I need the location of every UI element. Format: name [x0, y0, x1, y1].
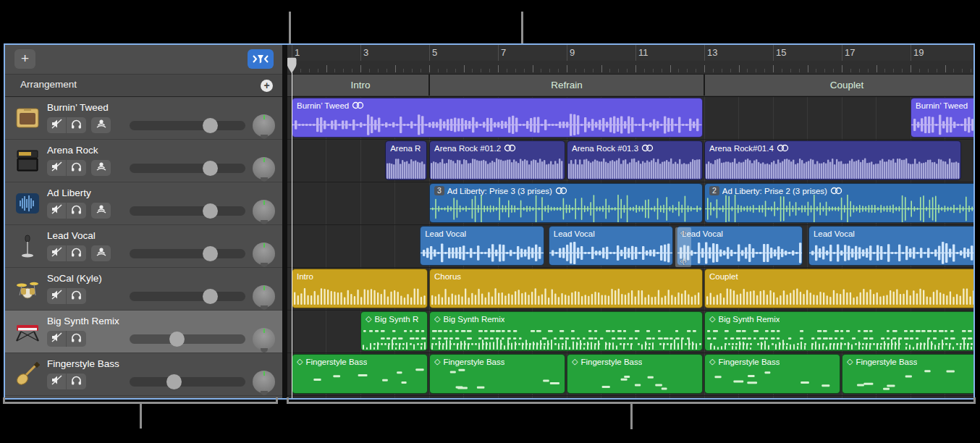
region-burnin-tweed[interactable]: Burnin’ Tweed	[292, 98, 703, 138]
arrangement-marker-refrain[interactable]: Refrain	[429, 75, 704, 96]
circled-plus-icon[interactable]: +	[261, 80, 273, 92]
volume-slider-thumb[interactable]	[166, 374, 182, 389]
solo-headphones-button[interactable]	[67, 245, 86, 261]
region-arena-rock-01-2[interactable]: Arena Rock #01.2	[429, 140, 565, 180]
pan-knob[interactable]	[253, 371, 275, 393]
headphones-icon	[71, 161, 82, 174]
region-ad-liberty-prise-3-3-prises-[interactable]: 3Ad Liberty: Prise 3 (3 prises)	[429, 183, 703, 223]
mute-button[interactable]	[47, 117, 67, 133]
region-big-synth-r[interactable]: ◇Big Synth R	[360, 311, 428, 351]
mute-button[interactable]	[47, 245, 67, 261]
region-lead-vocal[interactable]: Lead Vocal	[677, 226, 803, 266]
input-monitoring-button[interactable]	[91, 160, 111, 176]
region-fingerstyle-bass[interactable]: ◇Fingerstyle Bass	[429, 354, 565, 394]
input-monitoring-button[interactable]	[91, 245, 111, 261]
volume-slider-thumb[interactable]	[203, 246, 218, 261]
solo-headphones-button[interactable]	[67, 288, 86, 304]
ruler-tick	[618, 69, 619, 72]
ruler-tick	[386, 69, 387, 72]
track-header-lead-vocal[interactable]: Lead Vocal	[5, 225, 282, 268]
input-monitoring-button[interactable]	[91, 203, 111, 219]
ruler-bar-numbers[interactable]: 135791113151719	[287, 45, 973, 61]
region-fingerstyle-bass[interactable]: ◇Fingerstyle Bass	[704, 354, 840, 394]
region-fingerstyle-bass[interactable]: ◇Fingerstyle Bass	[567, 354, 703, 394]
track-header-ad-liberty[interactable]: Ad Liberty	[5, 182, 282, 225]
region-arena-rock-01-3[interactable]: Arena Rock #01.3	[567, 140, 703, 180]
pan-knob[interactable]	[253, 114, 275, 137]
region-couplet[interactable]: Couplet	[704, 269, 973, 308]
ruler-tick	[627, 69, 628, 72]
volume-slider-thumb[interactable]	[203, 289, 218, 304]
mute-button[interactable]	[47, 288, 67, 304]
ruler-tick	[739, 65, 740, 72]
arrangement-marker-intro[interactable]: Intro	[292, 75, 429, 96]
bar-number: 15	[776, 47, 786, 58]
track-header-burnin-tweed[interactable]: Burnin’ Tweed	[5, 97, 282, 140]
ruler-tick	[842, 65, 842, 72]
pan-knob[interactable]	[253, 242, 275, 265]
pan-knob[interactable]	[253, 285, 275, 308]
ruler-tick	[808, 65, 808, 72]
solo-headphones-button[interactable]	[67, 374, 86, 389]
callout-bracket-timeline	[287, 397, 976, 404]
ruler-ticks[interactable]	[287, 61, 973, 75]
mute-speaker-icon	[51, 375, 63, 388]
mute-button[interactable]	[47, 203, 67, 219]
volume-slider[interactable]	[130, 206, 245, 216]
arrangement-header-row[interactable]: Arrangement +	[5, 75, 282, 97]
region-label: Lead Vocal	[814, 229, 855, 238]
stereo-icon	[641, 144, 654, 152]
ruler-tick	[378, 69, 379, 72]
region-lead-vocal[interactable]: Lead Vocal	[808, 226, 973, 266]
volume-slider-thumb[interactable]	[169, 332, 185, 347]
volume-slider[interactable]	[130, 334, 245, 344]
track-header-arena-rock[interactable]: Arena Rock	[5, 140, 282, 182]
microphone-icon	[15, 234, 40, 258]
mute-button[interactable]	[47, 160, 67, 176]
region-arena-r[interactable]: Arena R	[385, 140, 427, 180]
playhead-pin[interactable]	[287, 57, 297, 74]
region-lead-vocal[interactable]: Lead Vocal	[549, 226, 673, 266]
panel-divider	[282, 45, 287, 398]
region-big-synth-remix[interactable]: ◇Big Synth Remix	[429, 311, 703, 351]
solo-headphones-button[interactable]	[67, 117, 86, 133]
ruler-tick	[816, 69, 816, 72]
waveform	[430, 280, 702, 308]
region-ad-liberty-prise-2-3-prises-[interactable]: 2Ad Liberty: Prise 2 (3 prises)	[704, 183, 973, 223]
volume-slider-thumb[interactable]	[203, 118, 218, 133]
region-lead-vocal[interactable]: Lead Vocal	[420, 226, 544, 266]
track-header-fingerstyle-bass[interactable]: Fingerstyle Bass	[5, 353, 282, 396]
region-fingerstyle-bass[interactable]: ◇Fingerstyle Bass	[842, 354, 973, 394]
volume-slider[interactable]	[130, 121, 245, 130]
volume-slider-thumb[interactable]	[203, 203, 218, 219]
solo-headphones-button[interactable]	[67, 160, 86, 176]
volume-slider[interactable]	[130, 292, 245, 301]
volume-slider[interactable]	[130, 249, 245, 258]
solo-headphones-button[interactable]	[67, 331, 86, 347]
volume-slider[interactable]	[130, 164, 245, 173]
arrangement-marker-couplet[interactable]: Couplet	[704, 75, 973, 96]
volume-slider-thumb[interactable]	[203, 161, 218, 176]
playhead-line[interactable]	[292, 60, 293, 398]
input-monitoring-button[interactable]	[91, 117, 111, 133]
pan-knob[interactable]	[253, 157, 275, 180]
track-header-socal-kyle-[interactable]: SoCal (Kyle)	[5, 268, 282, 311]
pan-knob[interactable]	[253, 200, 275, 222]
solo-headphones-button[interactable]	[67, 203, 86, 219]
region-burnin-tweed[interactable]: Burnin’ Tweed	[911, 98, 973, 138]
region-big-synth-remix[interactable]: ◇Big Synth Remix	[704, 311, 973, 351]
region-intro[interactable]: Intro	[292, 269, 428, 308]
region-fingerstyle-bass[interactable]: ◇Fingerstyle Bass	[292, 354, 428, 394]
ruler-tick	[902, 69, 903, 72]
mute-button[interactable]	[47, 331, 67, 347]
ruler-tick	[971, 69, 971, 72]
add-track-button[interactable]: +	[14, 49, 35, 69]
pan-knob[interactable]	[253, 328, 275, 350]
track-header-big-synth-remix[interactable]: Big Synth Remix	[5, 311, 282, 353]
ruler-tick	[687, 69, 688, 72]
track-filter-button[interactable]	[248, 49, 274, 69]
volume-slider[interactable]	[130, 377, 245, 387]
region-chorus[interactable]: Chorus	[429, 269, 703, 308]
mute-button[interactable]	[47, 374, 67, 389]
region-arena-rock-01-4[interactable]: Arena Rock#01.4	[704, 140, 961, 180]
